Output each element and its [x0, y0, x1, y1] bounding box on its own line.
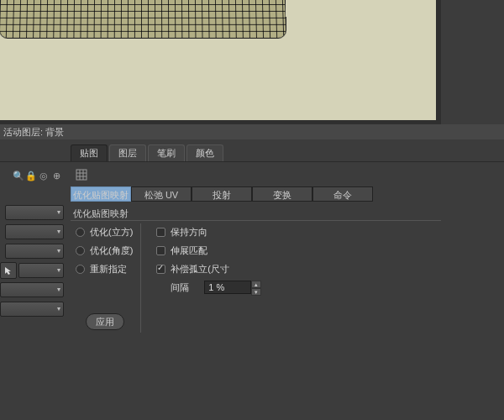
option-angle[interactable]: 优化(角度) — [76, 244, 133, 257]
tab-layers[interactable]: 图层 — [109, 144, 146, 161]
sidebar-dropdown-4[interactable] — [18, 263, 64, 278]
option-stretch-fit[interactable]: 伸展匹配 — [156, 244, 261, 257]
grid-toggle-icon[interactable] — [76, 169, 87, 182]
checkbox-icon — [156, 265, 165, 274]
subtab-projection[interactable]: 投射 — [192, 186, 252, 202]
spacing-label: 间隔 — [171, 281, 189, 294]
target-icon[interactable]: ◎ — [38, 170, 50, 181]
lock-icon[interactable]: 🔒 — [25, 170, 37, 181]
active-layer-bar: 活动图层: 背景 — [0, 124, 504, 139]
add-icon[interactable]: ⊕ — [50, 170, 62, 181]
spacing-spinner[interactable]: 1 % ▴ ▾ — [204, 281, 261, 294]
sidebar-dropdown-5[interactable] — [0, 282, 64, 297]
sidebar-dropdown-2[interactable] — [5, 224, 64, 239]
svg-rect-0 — [76, 170, 87, 180]
panel-header: 优化贴图映射 — [71, 207, 499, 221]
radio-icon — [76, 265, 85, 274]
radio-icon — [76, 246, 85, 255]
subtab-commands[interactable]: 命令 — [312, 186, 373, 202]
option-cube[interactable]: 优化(立方) — [76, 225, 133, 239]
checkbox-icon — [156, 246, 165, 255]
option-keep-direction[interactable]: 保持方向 — [156, 225, 261, 239]
option-reassign[interactable]: 重新指定 — [76, 262, 133, 276]
uv-canvas[interactable] — [0, 0, 441, 122]
spinner-down-icon[interactable]: ▾ — [251, 288, 261, 296]
spacing-row: 间隔 1 % ▴ ▾ — [156, 281, 261, 294]
left-tool-icons: 🔍 🔒 ◎ ⊕ — [0, 170, 66, 181]
right-gutter — [441, 0, 504, 122]
tab-brush[interactable]: 笔刷 — [148, 144, 185, 161]
subtab-transform[interactable]: 变换 — [252, 186, 312, 202]
sidebar-dropdown-6[interactable] — [0, 302, 64, 317]
vertical-divider — [140, 223, 141, 333]
checkbox-icon — [156, 228, 165, 237]
left-sidebar — [0, 203, 66, 319]
options-area: 优化(立方) 优化(角度) 重新指定 保持方向 伸展匹配 补偿孤立(尺寸 间隔 … — [71, 225, 266, 294]
option-compensate-isolated[interactable]: 补偿孤立(尺寸 — [156, 262, 261, 276]
tab-texture[interactable]: 贴图 — [71, 144, 108, 161]
sidebar-dropdown-1[interactable] — [5, 205, 64, 220]
sub-tabs: 优化贴图映射 松弛 UV 投射 变换 命令 — [71, 186, 373, 202]
right-option-column: 保持方向 伸展匹配 补偿孤立(尺寸 间隔 1 % ▴ ▾ — [151, 225, 266, 294]
main-tabs: 贴图 图层 笔刷 颜色 — [0, 143, 504, 162]
right-lower-gutter — [441, 168, 504, 420]
sidebar-dropdown-3[interactable] — [5, 244, 64, 259]
subtab-relax-uv[interactable]: 松弛 UV — [131, 186, 192, 202]
left-option-column: 优化(立方) 优化(角度) 重新指定 — [71, 225, 138, 294]
spinner-up-icon[interactable]: ▴ — [251, 281, 261, 288]
active-layer-label: 活动图层: 背景 — [3, 127, 64, 137]
mesh-grid-overlay — [0, 0, 286, 39]
magnifier-icon[interactable]: 🔍 — [13, 170, 24, 181]
toolbar-row: 🔍 🔒 ◎ ⊕ — [0, 167, 504, 184]
panel-title-text: 优化贴图映射 — [73, 208, 129, 218]
radio-icon — [76, 228, 85, 237]
spacing-value[interactable]: 1 % — [204, 281, 251, 294]
subtab-optimize-mapping[interactable]: 优化贴图映射 — [71, 186, 131, 202]
apply-button[interactable]: 应用 — [86, 313, 124, 330]
cursor-tool-icon[interactable] — [0, 262, 17, 279]
tab-color[interactable]: 颜色 — [186, 144, 223, 161]
spinner-buttons: ▴ ▾ — [251, 281, 261, 294]
